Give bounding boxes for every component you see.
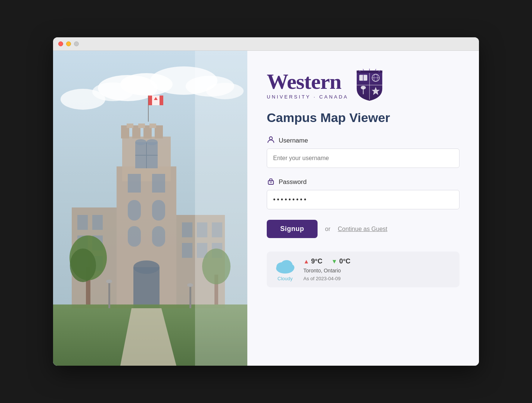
- login-form: Username Password: [267, 135, 460, 238]
- university-shield-logo: [355, 69, 384, 101]
- password-input[interactable]: [267, 190, 460, 209]
- close-button[interactable]: [58, 41, 63, 46]
- svg-point-58: [187, 283, 193, 287]
- svg-rect-18: [127, 124, 133, 128]
- svg-rect-59: [195, 51, 247, 366]
- login-panel: Western UNIVERSITY · CANADA: [247, 51, 479, 366]
- cloud-icon: [274, 258, 296, 274]
- weather-icon-area: Cloudy: [274, 258, 296, 281]
- svg-point-4: [61, 89, 105, 110]
- user-icon: [267, 135, 275, 146]
- svg-rect-57: [189, 286, 191, 308]
- low-temp-value: 0°C: [339, 257, 350, 265]
- weather-condition-text: Cloudy: [278, 276, 293, 281]
- svg-rect-45: [182, 243, 192, 258]
- svg-rect-28: [128, 200, 141, 221]
- temperature-row: ▲ 9°C ▼ 0°C: [303, 257, 350, 265]
- university-subtitle: UNIVERSITY · CANADA: [267, 94, 349, 100]
- weather-date: As of 2023-04-09: [303, 276, 350, 281]
- username-label-text: Username: [279, 137, 308, 144]
- minimize-button[interactable]: [66, 41, 71, 46]
- svg-point-24: [135, 139, 146, 145]
- svg-rect-19: [138, 124, 145, 128]
- username-label: Username: [267, 135, 460, 146]
- window-content: Western UNIVERSITY · CANADA: [53, 51, 479, 366]
- weather-widget: Cloudy ▲ 9°C ▼ 0°C Toronto, Onta: [267, 252, 460, 287]
- high-temp-item: ▲ 9°C: [303, 257, 322, 265]
- svg-rect-30: [128, 226, 141, 247]
- username-input[interactable]: [267, 149, 460, 168]
- svg-point-73: [361, 86, 366, 90]
- lock-icon: [267, 177, 275, 187]
- password-label-text: Password: [279, 178, 307, 186]
- weather-location: Toronto, Ontario: [303, 268, 350, 274]
- svg-rect-37: [92, 215, 103, 230]
- svg-rect-27: [152, 174, 165, 193]
- password-label: Password: [267, 177, 460, 187]
- weather-info: ▲ 9°C ▼ 0°C Toronto, Ontario As of 2023-…: [303, 257, 350, 281]
- svg-rect-36: [77, 215, 88, 230]
- svg-rect-10: [152, 96, 160, 105]
- svg-rect-31: [152, 226, 165, 247]
- svg-point-75: [269, 137, 272, 140]
- or-separator: or: [325, 226, 330, 232]
- university-name: Western UNIVERSITY · CANADA: [267, 71, 349, 100]
- action-row: Signup or Continue as Guest: [267, 220, 460, 238]
- svg-point-82: [285, 264, 294, 271]
- svg-point-52: [70, 249, 96, 282]
- low-temp-item: ▼ 0°C: [331, 257, 350, 265]
- svg-point-25: [146, 139, 158, 145]
- temp-down-arrow: ▼: [331, 258, 337, 265]
- app-window: Western UNIVERSITY · CANADA: [53, 37, 479, 366]
- svg-rect-26: [128, 174, 141, 193]
- high-temp-value: 9°C: [311, 257, 322, 265]
- svg-rect-78: [270, 182, 272, 183]
- svg-rect-29: [152, 200, 165, 221]
- titlebar: [53, 37, 479, 51]
- maximize-button[interactable]: [74, 41, 79, 46]
- temp-up-arrow: ▲: [303, 258, 309, 265]
- signup-button[interactable]: Signup: [267, 220, 318, 238]
- svg-point-33: [133, 260, 160, 274]
- svg-point-56: [106, 279, 112, 283]
- guest-link-button[interactable]: Continue as Guest: [338, 226, 387, 232]
- logo-area: Western UNIVERSITY · CANADA: [267, 69, 460, 101]
- svg-rect-20: [149, 124, 156, 128]
- campus-photo-panel: [53, 51, 247, 366]
- university-western-text: Western: [267, 71, 349, 93]
- app-title: Campus Map Viewer: [267, 110, 460, 125]
- svg-rect-42: [182, 222, 192, 237]
- svg-rect-55: [108, 282, 110, 308]
